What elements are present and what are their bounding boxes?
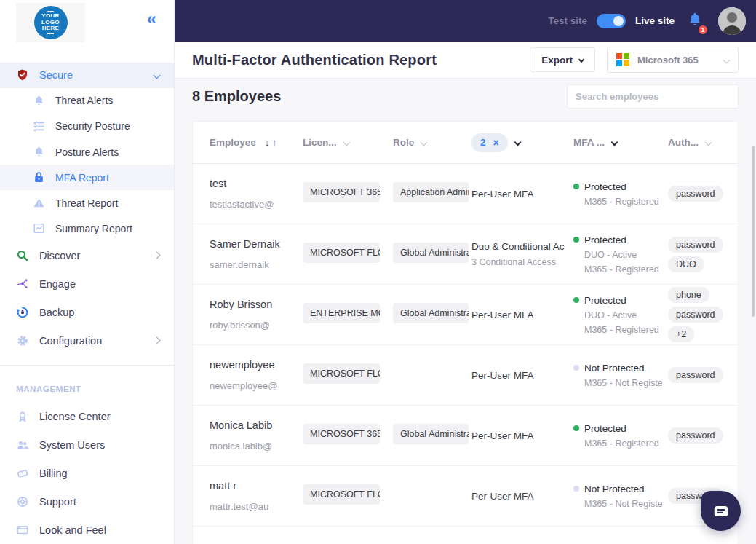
sidebar-item-summary-report[interactable]: Summary Report: [0, 216, 174, 241]
table-row[interactable]: testtestlastactive@ MICROSOFT 365 Applic…: [193, 164, 738, 224]
sidebar-item-look-and-feel[interactable]: Look and Feel: [0, 516, 174, 544]
topbar: Test site Live site 1: [175, 0, 756, 42]
status-label: Protected: [584, 234, 626, 245]
employee-name: Monica Labib: [210, 419, 291, 431]
auth-method-pill: password: [668, 307, 723, 323]
content-area: 8 Employees Employee ↓ ↑ Licen... Role: [175, 79, 756, 544]
mfa-status: Protected DUO - Active M365 - Registered: [573, 234, 668, 275]
sidebar-item-discover[interactable]: Discover: [0, 241, 174, 269]
sidebar-item-security-posture[interactable]: Security Posture: [0, 114, 174, 139]
sidebar-item-posture-alerts[interactable]: Posture Alerts: [0, 139, 174, 165]
export-label: Export: [541, 55, 573, 66]
search-input[interactable]: [567, 84, 739, 109]
ticket-icon: [16, 467, 29, 480]
auth-method-pill: phone: [668, 287, 709, 303]
sidebar: YOUR LOGO HERE « Secure Threat Alerts: [0, 0, 175, 544]
bell-icon: [32, 94, 45, 107]
mfa-status: Protected DUO - Active M365 - Registered: [573, 295, 668, 335]
sidebar-item-label: Threat Alerts: [55, 95, 113, 106]
clear-filter-icon[interactable]: ×: [493, 137, 499, 149]
table-row[interactable]: Roby Brissonroby.brisson@ ENTERPRISE MOB…: [193, 285, 738, 345]
license-badge: ENTERPRISE MOBILITY: [303, 303, 380, 323]
mfa-type: Per-User MFA: [471, 310, 565, 320]
sidebar-item-label: License Center: [39, 411, 111, 422]
sidebar-collapse-button[interactable]: «: [147, 10, 156, 28]
logo[interactable]: YOUR LOGO HERE: [16, 3, 85, 42]
logo-line: HERE: [42, 25, 59, 32]
chevron-down-icon: [578, 57, 584, 63]
column-header-license[interactable]: Licen...: [303, 137, 393, 148]
sidebar-item-license-center[interactable]: License Center: [0, 402, 174, 430]
status-dot-icon: [573, 486, 579, 492]
monitor-icon: [16, 524, 29, 537]
sidebar-item-label: Security Posture: [55, 120, 130, 132]
chart-icon: [32, 222, 45, 235]
sidebar-item-label: Engage: [39, 278, 76, 290]
table-row[interactable]: matt rmattr.test@au MICROSOFT FLOW Per-U…: [193, 466, 738, 527]
table-row[interactable]: Monica Labibmonica.labib@ MICROSOFT 365 …: [193, 406, 738, 466]
avatar[interactable]: [718, 7, 746, 35]
avatar-photo: [718, 7, 746, 35]
sort-ascending-icon[interactable]: ↑: [272, 137, 277, 148]
backup-restore-icon: [16, 306, 29, 319]
toggle-knob-icon: [613, 16, 624, 26]
sidebar-item-threat-alerts[interactable]: Threat Alerts: [0, 88, 174, 114]
column-header-role[interactable]: Role: [393, 137, 471, 148]
notifications-button[interactable]: 1: [687, 12, 703, 31]
chat-launcher-button[interactable]: [701, 491, 741, 531]
sidebar-item-label: Posture Alerts: [55, 146, 119, 158]
checklist-icon: [32, 119, 45, 133]
sidebar-item-label: Look and Feel: [39, 524, 106, 536]
status-dot-icon: [573, 184, 579, 189]
sidebar-item-configuration[interactable]: Configuration: [0, 326, 174, 355]
mfa-type: Per-User MFA: [471, 491, 565, 502]
auth-method-pill: password: [668, 237, 723, 253]
table-row[interactable]: Samer Dernaiksamer.dernaik MICROSOFT FLO…: [193, 224, 738, 285]
status-detail: M365 - Registered: [573, 264, 662, 275]
scrollbar[interactable]: [752, 146, 755, 317]
sidebar-item-billing[interactable]: Billing: [0, 459, 174, 487]
employee-email: mattr.test@au: [210, 501, 291, 512]
sidebar-item-system-users[interactable]: System Users: [0, 430, 174, 459]
gear-icon: [16, 334, 29, 347]
chevron-right-icon: [154, 337, 161, 344]
integration-label: Microsoft 365: [637, 55, 699, 66]
auth-method-pill: password: [668, 367, 723, 383]
role-badge: Global Administrator: [393, 243, 469, 263]
integration-select[interactable]: Microsoft 365: [607, 47, 739, 73]
mfa-status: Protected M365 - Registered: [573, 423, 668, 449]
column-header-auth-methods[interactable]: Auth...: [668, 137, 732, 148]
employee-name: matt r: [210, 480, 291, 492]
live-site-label: Live site: [635, 15, 675, 26]
column-header-mfa-type-filter[interactable]: 2 ×: [471, 133, 573, 152]
site-toggle[interactable]: [597, 14, 626, 28]
table-row[interactable]: Mariusz Rosins Exchange Administrator Pr…: [193, 527, 738, 544]
status-detail: DUO - Active: [573, 310, 662, 320]
logo-circle: YOUR LOGO HERE: [34, 6, 68, 39]
table-row[interactable]: newemployeenewemployee@ MICROSOFT FLOW P…: [193, 345, 738, 406]
chat-icon: [712, 502, 731, 521]
mfa-type: Per-User MFA: [471, 189, 565, 200]
column-header-employee[interactable]: Employee ↓ ↑: [210, 137, 303, 148]
table-header-row: Employee ↓ ↑ Licen... Role 2: [193, 122, 738, 164]
column-header-mfa-status[interactable]: MFA ...: [573, 137, 668, 148]
sidebar-item-backup[interactable]: Backup: [0, 298, 174, 326]
export-button[interactable]: Export: [530, 47, 595, 72]
sidebar-item-secure[interactable]: Secure: [0, 63, 174, 88]
chevron-down-icon: [343, 139, 350, 146]
sidebar-item-engage[interactable]: Engage: [0, 269, 174, 298]
logo-dash: [47, 33, 54, 34]
filter-chip[interactable]: 2 ×: [471, 133, 508, 152]
sidebar-item-threat-report[interactable]: Threat Report: [0, 190, 174, 216]
chevron-right-icon: [154, 252, 161, 259]
sidebar-item-label: Secure: [39, 69, 73, 81]
sort-descending-icon[interactable]: ↓: [265, 137, 270, 148]
license-badge: MICROSOFT 365: [303, 182, 380, 202]
sidebar-item-support[interactable]: Support: [0, 487, 174, 516]
notification-count-badge: 1: [697, 24, 709, 36]
sidebar-item-mfa-report[interactable]: MFA Report: [0, 165, 174, 190]
mfa-type: Per-User MFA: [471, 430, 565, 441]
employees-table: Employee ↓ ↑ Licen... Role 2: [192, 121, 739, 544]
status-dot-icon: [573, 425, 579, 431]
test-site-label: Test site: [548, 15, 587, 26]
